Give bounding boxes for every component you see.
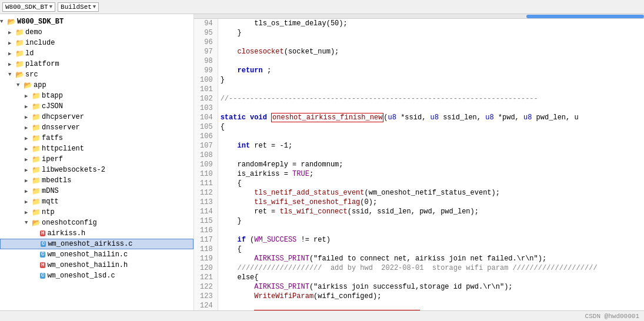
tree-item-mDNS[interactable]: ▶📁mDNS: [0, 186, 193, 196]
line-number-120: 120: [194, 263, 218, 273]
tree-item-dnsserver[interactable]: ▶📁dnsserver: [0, 122, 193, 133]
code-content-106[interactable]: [218, 132, 644, 141]
line-number-109: 109: [194, 160, 218, 169]
code-line-104: 104static void oneshot_airkiss_finish_ne…: [194, 113, 644, 122]
tree-item-iperf[interactable]: ▶📁iperf: [0, 154, 193, 165]
folder-icon-include: 📁: [15, 39, 24, 48]
code-content-118[interactable]: {: [218, 245, 644, 254]
code-line-108: 108: [194, 151, 644, 160]
code-content-105[interactable]: {: [218, 122, 644, 132]
tree-item-mbedtls[interactable]: ▶📁mbedtls: [0, 175, 193, 186]
line-number-111: 111: [194, 179, 218, 188]
code-content-104[interactable]: static void oneshot_airkiss_finish_new(u…: [218, 113, 644, 122]
code-content-108[interactable]: [218, 151, 644, 160]
code-content-120[interactable]: //////////////////// add by hwd 2022-08-…: [218, 263, 644, 273]
tree-item-wm_oneshot_hailin.h[interactable]: Hwm_oneshot_hailin.h: [0, 260, 193, 270]
tree-arrow-libwebsockets-2: ▶: [25, 167, 31, 173]
tree-item-httpclient[interactable]: ▶📁httpclient: [0, 143, 193, 154]
tree-label-wm_oneshot_hailin.h: wm_oneshot_hailin.h: [47, 261, 128, 269]
code-content-117[interactable]: if (WM_SUCCESS != ret): [218, 235, 644, 245]
code-line-124: 124: [194, 301, 644, 310]
code-content-109[interactable]: random4reply = randomnum;: [218, 160, 644, 169]
code-content-96[interactable]: [218, 38, 644, 47]
tree-arrow-demo: ▶: [8, 29, 14, 36]
config-dropdown[interactable]: BuildSet ▼: [58, 2, 99, 12]
tree-item-dhcpserver[interactable]: ▶📁dhcpserver: [0, 112, 193, 122]
tree-item-wm_oneshot_hailin.c[interactable]: ©wm_oneshot_hailin.c: [0, 249, 193, 260]
line-number-123: 123: [194, 292, 218, 301]
code-content-114[interactable]: ret = tls_wifi_connect(ssid, ssid_len, p…: [218, 207, 644, 216]
config-dropdown-arrow: ▼: [93, 4, 96, 10]
code-content-97[interactable]: closesocket(socket_num);: [218, 47, 644, 56]
code-line-103: 103: [194, 103, 644, 113]
tree-arrow-httpclient: ▶: [25, 146, 31, 152]
main-layout: ▼📂W800_SDK_BT▶📁demo▶📁include▶📁ld▶📁platfo…: [0, 14, 644, 310]
code-content-95[interactable]: }: [218, 28, 644, 38]
tree-item-include[interactable]: ▶📁include: [0, 38, 193, 48]
code-content-107[interactable]: int ret = -1;: [218, 141, 644, 151]
code-content-124[interactable]: [218, 301, 644, 310]
code-content-116[interactable]: [218, 226, 644, 235]
code-content-99[interactable]: return ;: [218, 66, 644, 75]
code-content-119[interactable]: AIRKISS_PRINT("failed to connect net, ai…: [218, 254, 644, 263]
line-number-99: 99: [194, 66, 218, 75]
tree-item-wm_oneshot_lsd.c[interactable]: ©wm_oneshot_lsd.c: [0, 270, 193, 281]
code-content-115[interactable]: }: [218, 216, 644, 226]
code-content-102[interactable]: //--------------------------------------…: [218, 94, 644, 103]
code-line-107: 107 int ret = -1;: [194, 141, 644, 151]
code-content-122[interactable]: AIRKISS_PRINT("airkiss join successful,s…: [218, 282, 644, 292]
tree-label-iperf: iperf: [42, 155, 63, 163]
tree-item-btapp[interactable]: ▶📁btapp: [0, 91, 193, 101]
tree-item-app[interactable]: ▼📂app: [0, 80, 193, 91]
code-content-98[interactable]: [218, 56, 644, 66]
code-content-94[interactable]: tls_os_time_delay(50);: [218, 19, 644, 28]
code-line-98: 98: [194, 56, 644, 66]
code-content-110[interactable]: is_airkiss = TRUE;: [218, 169, 644, 179]
tree-item-demo[interactable]: ▶📁demo: [0, 27, 193, 38]
code-content-123[interactable]: WriteWifiParam(wifi_configed);: [218, 292, 644, 301]
tree-item-mqtt[interactable]: ▶📁mqtt: [0, 196, 193, 207]
line-number-97: 97: [194, 47, 218, 56]
folder-icon-httpclient: 📁: [32, 145, 41, 153]
tree-arrow-dnsserver: ▶: [25, 125, 31, 131]
tree-item-ntp[interactable]: ▶📁ntp: [0, 207, 193, 218]
code-content-113[interactable]: tls_wifi_set_oneshot_flag(0);: [218, 198, 644, 207]
tree-arrow-mqtt: ▶: [25, 199, 31, 205]
project-dropdown-label: W800_SDK_BT: [5, 4, 48, 11]
tree-item-libwebsockets-2[interactable]: ▶📁libwebsockets-2: [0, 165, 193, 175]
sidebar[interactable]: ▼📂W800_SDK_BT▶📁demo▶📁include▶📁ld▶📁platfo…: [0, 14, 194, 310]
tree-arrow-mbedtls: ▶: [25, 178, 31, 184]
tree-item-fatfs[interactable]: ▶📁fatfs: [0, 133, 193, 143]
tree-item-platform[interactable]: ▶📁platform: [0, 59, 193, 69]
line-number-103: 103: [194, 103, 218, 113]
tree-label-ntp: ntp: [42, 208, 55, 216]
line-number-121: 121: [194, 273, 218, 282]
tree-item-src[interactable]: ▼📂src: [0, 69, 193, 80]
tree-item-cJSON[interactable]: ▶📁cJSON: [0, 101, 193, 112]
tree-arrow-ntp: ▶: [25, 209, 31, 216]
code-content-101[interactable]: [218, 85, 644, 94]
code-content-111[interactable]: {: [218, 179, 644, 188]
line-number-113: 113: [194, 198, 218, 207]
toolbar: W800_SDK_BT ▼ BuildSet ▼: [0, 0, 644, 14]
tree-item-ld[interactable]: ▶📁ld: [0, 48, 193, 59]
code-editor[interactable]: 94 tls_os_time_delay(50);95 }9697 closes…: [194, 14, 644, 310]
code-table: 94 tls_os_time_delay(50);95 }9697 closes…: [194, 19, 644, 310]
code-content-112[interactable]: tls_netif_add_status_event(wm_oneshot_ne…: [218, 188, 644, 198]
tree-item-root[interactable]: ▼📂W800_SDK_BT: [0, 16, 193, 27]
scrollbar-top[interactable]: [194, 14, 644, 19]
tree-label-airkiss.h: airkiss.h: [47, 229, 85, 238]
tree-arrow-platform: ▶: [8, 61, 14, 68]
scrollbar-thumb: [526, 15, 644, 18]
code-content-103[interactable]: [218, 103, 644, 113]
code-content-100[interactable]: }: [218, 75, 644, 85]
tree-item-oneshotconfig[interactable]: ▼📂oneshotconfig: [0, 218, 193, 228]
tree-item-airkiss.h[interactable]: Hairkiss.h: [0, 228, 193, 239]
code-line-94: 94 tls_os_time_delay(50);: [194, 19, 644, 28]
tree-item-wm_oneshot_airkiss.c[interactable]: ©wm_oneshot_airkiss.c: [0, 239, 193, 249]
project-dropdown[interactable]: W800_SDK_BT ▼: [2, 2, 55, 12]
tree-label-libwebsockets-2: libwebsockets-2: [42, 166, 105, 174]
code-content-121[interactable]: else{: [218, 273, 644, 282]
tree-label-ld: ld: [25, 49, 34, 58]
folder-icon-dnsserver: 📁: [32, 123, 41, 132]
